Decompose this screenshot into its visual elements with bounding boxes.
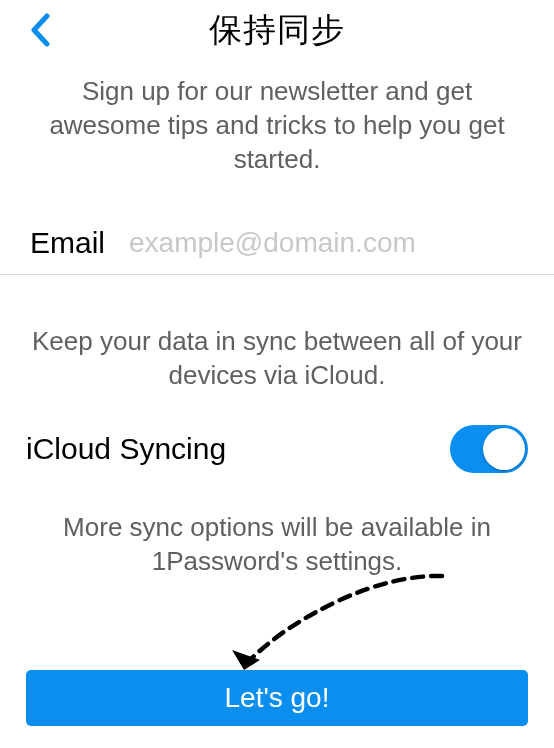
email-input[interactable] (129, 227, 524, 259)
back-button[interactable] (20, 10, 60, 50)
svg-marker-0 (232, 650, 260, 670)
icloud-sync-label: iCloud Syncing (26, 432, 226, 466)
toggle-knob (483, 428, 525, 470)
page-title: 保持同步 (209, 8, 345, 53)
more-options-text: More sync options will be available in 1… (0, 485, 554, 599)
email-row: Email (0, 214, 554, 275)
header: 保持同步 (0, 0, 554, 60)
chevron-left-icon (30, 13, 50, 47)
icloud-sync-row: iCloud Syncing (0, 413, 554, 485)
icloud-sync-toggle[interactable] (450, 425, 528, 473)
lets-go-button[interactable]: Let's go! (26, 670, 528, 726)
newsletter-description: Sign up for our newsletter and get aweso… (0, 60, 554, 196)
sync-description: Keep your data in sync between all of yo… (0, 275, 554, 413)
email-label: Email (30, 226, 105, 260)
